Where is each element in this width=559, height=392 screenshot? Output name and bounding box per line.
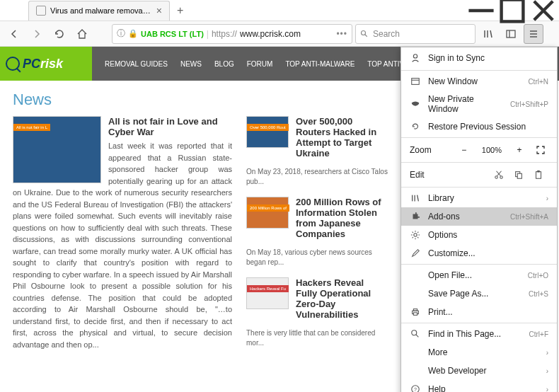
- menu-print[interactable]: Print...: [401, 303, 557, 321]
- menu-shortcut: Ctrl+N: [528, 78, 548, 86]
- thumb-caption: Hackers Reveal Fu: [247, 285, 289, 292]
- browser-tab[interactable]: Virus and malware removal ins ×: [28, 1, 170, 21]
- chevron-right-icon: ›: [546, 367, 548, 375]
- zoom-out-button[interactable]: −: [456, 142, 472, 158]
- menu-save-as[interactable]: Save Page As... Ctrl+S: [401, 284, 557, 303]
- menu-label: Add-ons: [428, 212, 503, 221]
- menu-new-window[interactable]: New Window Ctrl+N: [401, 72, 557, 91]
- menu-edit-row: Edit: [401, 164, 557, 185]
- menu-label: New Private Window: [428, 94, 503, 114]
- forward-button[interactable]: [27, 24, 47, 44]
- svg-point-32: [412, 330, 417, 335]
- paste-button[interactable]: [529, 167, 548, 183]
- sidebar-button[interactable]: [501, 24, 521, 44]
- menu-web-developer[interactable]: Web Developer ›: [401, 362, 557, 380]
- new-tab-button[interactable]: +: [174, 4, 186, 17]
- nav-item[interactable]: TOP ANTI-MALWARE: [285, 60, 355, 68]
- reload-button[interactable]: [50, 24, 69, 44]
- home-button[interactable]: [72, 24, 92, 44]
- search-icon: [410, 328, 421, 340]
- article-item: Hackers Reveal Fu Hackers Reveal Fully O…: [246, 277, 388, 348]
- page-title: News: [13, 91, 391, 109]
- menu-shortcut: Ctrl+O: [528, 272, 548, 279]
- article-thumbnail[interactable]: All is not fair in L: [13, 116, 101, 183]
- menu-options[interactable]: Options: [401, 226, 557, 244]
- svg-point-18: [500, 176, 503, 179]
- zoom-percentage: 100%: [478, 146, 506, 154]
- search-icon: [360, 30, 369, 38]
- menu-addons[interactable]: Add-ons Ctrl+Shift+A: [401, 207, 557, 226]
- maximize-button[interactable]: [497, 0, 528, 21]
- article-title[interactable]: Hackers Reveal Fully Operational Zero-Da…: [296, 277, 388, 320]
- window-close-button[interactable]: [528, 0, 559, 21]
- article-excerpt: On May 18, various cyber news sources be…: [246, 248, 388, 267]
- search-bar[interactable]: Search: [355, 24, 476, 44]
- site-logo[interactable]: PCrisk: [0, 47, 92, 81]
- menu-shortcut: Ctrl+F: [529, 330, 549, 338]
- menu-label: Web Developer: [428, 366, 539, 376]
- nav-item[interactable]: NEWS: [180, 60, 202, 68]
- zoom-label: Zoom: [410, 145, 451, 155]
- article-excerpt: There is very little that can be conside…: [246, 328, 388, 348]
- cut-button[interactable]: [489, 167, 509, 183]
- blank-icon: [410, 347, 421, 358]
- menu-sign-in[interactable]: Sign in to Sync: [401, 47, 557, 69]
- window-controls: [466, 0, 559, 21]
- menu-open-file[interactable]: Open File... Ctrl+O: [401, 266, 557, 284]
- toolbar: ⓘ 🔒 UAB RCS LT (LT) | https://www.pcrisk…: [0, 21, 559, 47]
- menu-label: Find in This Page...: [428, 329, 522, 339]
- certificate-label: UAB RCS LT (LT): [141, 30, 204, 38]
- menu-find[interactable]: Find in This Page... Ctrl+F: [401, 325, 557, 343]
- info-icon[interactable]: ⓘ: [117, 28, 125, 40]
- article-item: Over 500,000 Rout Over 500,000 Routers H…: [246, 116, 388, 187]
- menu-more[interactable]: More ›: [401, 343, 557, 362]
- svg-rect-30: [413, 309, 417, 311]
- nav-item[interactable]: BLOG: [214, 60, 234, 68]
- hamburger-menu-button[interactable]: [524, 24, 543, 44]
- svg-line-20: [497, 171, 501, 176]
- article-item: 200 Million Rows of 200 Million Rows of …: [246, 197, 388, 267]
- menu-customize[interactable]: Customize...: [401, 244, 557, 263]
- thumb-caption: 200 Million Rows of: [247, 204, 289, 212]
- svg-line-19: [497, 171, 501, 176]
- blank-icon: [410, 270, 421, 281]
- printer-icon: [410, 306, 421, 318]
- url-host: www.pcrisk.com: [240, 29, 301, 39]
- svg-line-8: [490, 30, 492, 38]
- menu-label: Restore Previous Session: [428, 122, 548, 132]
- back-button[interactable]: [4, 24, 24, 44]
- menu-restore-session[interactable]: Restore Previous Session: [401, 117, 557, 136]
- window-icon: [410, 76, 421, 87]
- article-title[interactable]: 200 Million Rows of Information Stolen f…: [296, 197, 388, 239]
- edit-label: Edit: [410, 170, 489, 180]
- svg-rect-22: [517, 173, 521, 178]
- nav-item[interactable]: FORUM: [247, 60, 273, 68]
- article-thumbnail[interactable]: 200 Million Rows of: [246, 197, 289, 229]
- svg-point-14: [413, 54, 417, 58]
- menu-label: Options: [428, 230, 548, 240]
- menu-label: Print...: [428, 307, 548, 317]
- article-thumbnail[interactable]: Hackers Reveal Fu: [246, 277, 289, 309]
- minimize-button[interactable]: [466, 0, 497, 21]
- copy-button[interactable]: [509, 167, 529, 183]
- nav-item[interactable]: REMOVAL GUIDES: [105, 60, 168, 68]
- fullscreen-button[interactable]: [533, 142, 548, 158]
- menu-help[interactable]: ? Help ›: [401, 380, 557, 392]
- page-action-icon[interactable]: •••: [336, 29, 347, 39]
- svg-rect-9: [507, 30, 515, 38]
- article-thumbnail[interactable]: Over 500,000 Rout: [246, 116, 289, 148]
- tab-close-icon[interactable]: ×: [156, 5, 162, 16]
- chevron-right-icon: ›: [546, 386, 548, 393]
- svg-rect-15: [412, 79, 420, 85]
- menu-new-private-window[interactable]: New Private Window Ctrl+Shift+P: [401, 91, 557, 117]
- article-title[interactable]: Over 500,000 Routers Hacked in Attempt t…: [296, 116, 388, 158]
- zoom-in-button[interactable]: +: [512, 142, 527, 158]
- url-bar[interactable]: ⓘ 🔒 UAB RCS LT (LT) | https://www.pcrisk…: [112, 24, 352, 44]
- menu-library[interactable]: Library ›: [401, 189, 557, 207]
- menu-shortcut: Ctrl+S: [529, 290, 548, 298]
- svg-rect-31: [413, 313, 417, 316]
- menu-label: Sign in to Sync: [428, 53, 548, 63]
- mask-icon: [410, 98, 421, 110]
- library-button[interactable]: [478, 24, 498, 44]
- application-menu: Sign in to Sync New Window Ctrl+N New Pr…: [400, 47, 558, 392]
